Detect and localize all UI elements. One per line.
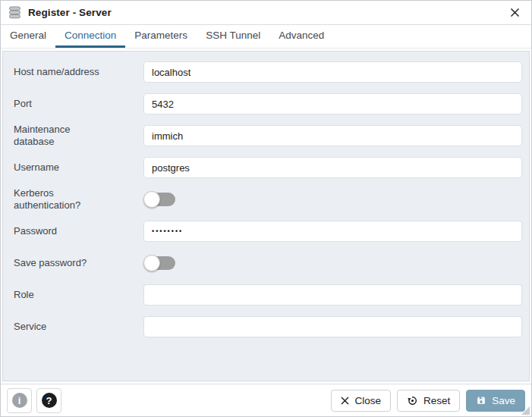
help-icon: ? [42, 393, 57, 408]
form-row-maintenance-database: Maintenance database [3, 120, 529, 152]
field-label: Role [14, 289, 103, 301]
toggle-knob [143, 255, 160, 271]
tab-general[interactable]: General [1, 25, 55, 48]
host-name-address-input[interactable] [143, 61, 522, 83]
form-row-port: Port [3, 88, 529, 120]
reset-button[interactable]: Reset [397, 390, 460, 412]
tab-parameters[interactable]: Parameters [125, 25, 197, 48]
save-button[interactable]: Save [466, 390, 525, 412]
tab-advanced[interactable]: Advanced [269, 25, 333, 48]
footer-actions: Close Reset [331, 390, 525, 412]
form-row-host-name-address: Host name/address [3, 56, 529, 88]
info-button[interactable]: i [7, 388, 32, 413]
save-password-toggle[interactable] [143, 255, 175, 271]
toggle-knob [143, 191, 160, 208]
reset-button-label: Reset [423, 395, 450, 406]
tab-connection[interactable]: Connection [55, 25, 125, 48]
dialog-title: Register - Server [28, 7, 112, 18]
field-label: Port [14, 98, 103, 110]
tab-label: Connection [65, 30, 116, 41]
connection-form: Host name/address Port Maintenance datab… [2, 51, 530, 381]
tab-label: Parameters [134, 30, 187, 41]
help-button[interactable]: ? [36, 388, 61, 413]
field-label: Username [14, 161, 103, 174]
register-server-dialog: Register - Server General Connection Par… [0, 0, 532, 417]
field-control [143, 191, 522, 208]
field-control [143, 157, 522, 178]
field-control [143, 284, 522, 306]
info-icon: i [12, 393, 27, 408]
password-input[interactable] [143, 221, 522, 242]
dialog-footer: i ? Close [1, 384, 531, 416]
form-row-role: Role [3, 279, 529, 311]
tab-label: General [10, 30, 46, 41]
form-row-password: Password [3, 215, 529, 247]
field-control [143, 125, 522, 146]
tab-label: SSH Tunnel [206, 30, 260, 41]
form-row-save-password: Save password? [3, 247, 529, 279]
role-input[interactable] [143, 284, 522, 306]
field-label: Host name/address [14, 66, 103, 78]
field-control [143, 316, 522, 337]
username-input[interactable] [143, 157, 522, 178]
form-row-kerberos-authentication: Kerberos authentication? [3, 183, 529, 215]
floppy-disk-icon [476, 395, 486, 406]
close-button-label: Close [354, 395, 381, 406]
field-control [143, 221, 522, 242]
tab-ssh-tunnel[interactable]: SSH Tunnel [197, 25, 269, 48]
tab-label: Advanced [279, 30, 324, 41]
field-control [143, 255, 522, 271]
x-icon [341, 397, 349, 405]
port-input[interactable] [143, 93, 522, 114]
kerberos-authentication-toggle[interactable] [143, 191, 175, 208]
maintenance-database-input[interactable] [143, 125, 522, 146]
rotate-reset-icon [407, 395, 418, 406]
field-label: Service [14, 321, 103, 333]
resize-handle[interactable] [521, 406, 530, 415]
service-input[interactable] [143, 316, 522, 337]
field-label: Password [14, 225, 103, 237]
form-row-username: Username [3, 152, 529, 183]
close-button[interactable]: Close [331, 390, 391, 412]
field-label: Maintenance database [14, 124, 103, 147]
dialog-titlebar: Register - Server [1, 1, 531, 25]
field-label: Kerberos authentication? [14, 187, 103, 211]
field-control [143, 93, 522, 114]
close-icon[interactable] [505, 4, 524, 22]
save-button-label: Save [492, 395, 515, 406]
field-control [143, 61, 522, 83]
server-stack-icon [8, 6, 22, 19]
field-label: Save password? [14, 257, 103, 269]
form-row-service: Service [3, 311, 529, 343]
tab-bar: General Connection Parameters SSH Tunnel… [1, 25, 531, 49]
